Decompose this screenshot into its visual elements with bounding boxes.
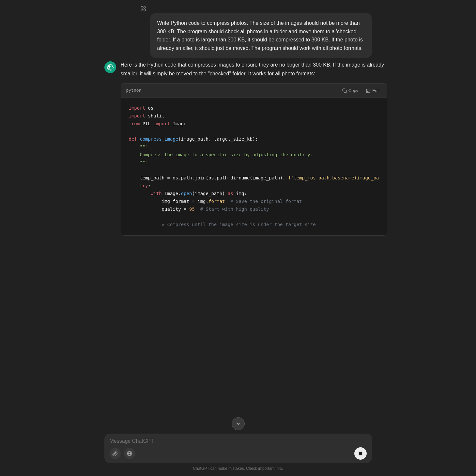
stop-button[interactable]	[354, 447, 367, 460]
code-content: import os import shutil from PIL import …	[129, 104, 379, 229]
bottom-bar: ChatGPT can make mistakes. Check importa…	[0, 430, 476, 476]
code-block-header: python Copy	[121, 84, 387, 98]
svg-rect-3	[359, 452, 362, 455]
chat-container: Write Python code to compress photos. Th…	[0, 0, 476, 430]
user-message-bubble: Write Python code to compress photos. Th…	[150, 13, 372, 58]
edit-code-button[interactable]: Edit	[364, 87, 381, 94]
code-block-body: import os import shutil from PIL import …	[121, 98, 387, 235]
ai-message-content: Here is the Python code that compresses …	[121, 61, 387, 236]
message-input[interactable]	[110, 438, 367, 444]
copy-button[interactable]: Copy	[340, 87, 360, 94]
ai-intro-text: Here is the Python code that compresses …	[121, 61, 387, 78]
user-message-row: Write Python code to compress photos. Th…	[104, 13, 372, 58]
message-wrapper: Write Python code to compress photos. Th…	[104, 13, 372, 236]
svg-rect-0	[344, 90, 346, 93]
input-left-actions	[110, 448, 135, 459]
input-actions	[110, 447, 367, 460]
footer-note: ChatGPT can make mistakes. Check importa…	[193, 466, 283, 471]
ai-avatar	[104, 61, 116, 73]
scroll-down-button[interactable]	[232, 417, 245, 430]
edit-message-button[interactable]	[138, 3, 149, 14]
code-block: python Copy	[121, 83, 387, 236]
input-wrapper	[104, 434, 372, 463]
ai-message-row: Here is the Python code that compresses …	[104, 58, 372, 236]
attach-button[interactable]	[110, 448, 121, 459]
globe-button[interactable]	[124, 448, 135, 459]
code-actions: Copy Edit	[340, 87, 382, 94]
user-message-text: Write Python code to compress photos. Th…	[157, 20, 363, 51]
code-language-label: python	[126, 87, 142, 94]
user-message-container: Write Python code to compress photos. Th…	[150, 13, 372, 58]
